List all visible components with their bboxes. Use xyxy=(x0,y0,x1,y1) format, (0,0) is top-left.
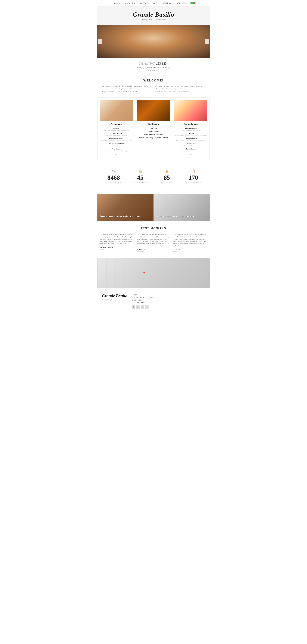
footer-logo-text: Grande Benito xyxy=(102,294,127,298)
pasta-item-5: Pasta Louise xyxy=(100,148,133,150)
grill-item-4: Grilled Pork Chops with Maple Whiskey Gl… xyxy=(137,136,170,140)
dishes-icon: 📋 xyxy=(182,170,205,173)
seafood-item-1-desc: Grilled Asparagus, Yukon Potatoes xyxy=(174,129,208,131)
beverages-label: BEVERAGES xyxy=(155,182,179,183)
grill-title: Grill menu xyxy=(137,123,170,125)
hero-next-button[interactable]: › xyxy=(205,40,209,44)
footer-inner: Grande Benito © 2016 | Privacy Policy Ch… xyxy=(102,294,205,309)
stat-beverages: 🍺 85 BEVERAGES xyxy=(154,168,180,185)
welcome-heading: WELCOME! xyxy=(102,79,205,82)
address-display: Chicago, 28 Jackson Blvd Ste 1020 Chicag… xyxy=(100,66,207,72)
nav-about[interactable]: ABOUT US xyxy=(123,0,138,6)
navigation: HOME ABOUT US PAGES BLOG GALLERY CONTACT… xyxy=(97,0,210,6)
pasta-title: Pasta menu xyxy=(100,123,133,125)
testimonial-1-role: (manager) xyxy=(100,248,134,250)
map-placeholder[interactable]: 📍 xyxy=(97,258,210,288)
nav-home[interactable]: HOME xyxy=(112,0,123,6)
map-section: 📍 xyxy=(97,258,210,288)
seafood-item-2: Cioppino xyxy=(174,132,208,134)
promo-cards-section: Bakery, cakes, puddings, yoghurts, ice c… xyxy=(97,194,210,221)
contact-info-section: Call us: (800) 123 1234 Chicago, 28 Jack… xyxy=(97,58,210,76)
flag-red[interactable] xyxy=(193,2,195,4)
grill-item-3: House Tumbled Steak Tips xyxy=(137,133,170,135)
testimonial-2-name: Mr. Richard Nelson xyxy=(136,249,170,251)
pasta-item-2-desc: Broccollini, Sausage, Garlic, Parmesan xyxy=(100,134,133,136)
testimonial-2-quote: It is currently the most favorite Italia… xyxy=(136,234,170,247)
nav-pages[interactable]: PAGES xyxy=(138,0,149,6)
beverages-icon: 🍺 xyxy=(155,170,179,173)
hero-image: ‹ › xyxy=(97,25,210,58)
promo-seasonal[interactable]: Seasonal dishes: new ideas for winter so… xyxy=(154,194,210,221)
grill-more-button[interactable]: ∨ xyxy=(137,141,170,144)
language-flags xyxy=(190,2,195,4)
welcome-text-left: The atmosphere of real Italy rules the m… xyxy=(102,84,152,93)
testimonial-3-name: Mr. Piter Cox xyxy=(173,249,207,251)
social-google[interactable]: g+ xyxy=(136,306,140,309)
address-line2: IL 60604-2340 xyxy=(100,69,207,72)
pasta-item-3-desc: Poached Chicken, Spinach, Parmesan, Mozz… xyxy=(100,140,133,142)
welcome-text-right: We put our hearts and souls into every d… xyxy=(155,84,205,93)
testimonial-3: I will never stop visiting this place. I… xyxy=(173,234,207,252)
stat-cooks: 👨‍🍳 45 COOKS & WAITERS xyxy=(127,168,154,185)
beverages-number: 85 xyxy=(155,174,179,181)
menu-card-grill: Grill menu Twin Filets Grilled Ribeye Ho… xyxy=(135,98,172,158)
testimonial-1-quote: Long ago I got a chance to get my educat… xyxy=(100,234,134,245)
stat-dishes: 📋 170 DISHES IN MENU xyxy=(180,168,207,185)
testimonial-3-role: (farmer) xyxy=(173,251,207,252)
call-label: Call us: xyxy=(139,62,148,65)
seafood-title: Seafood menu xyxy=(174,123,208,125)
social-linkedin[interactable]: in xyxy=(141,306,144,309)
seafood-item-3-desc: Roma Tomatoes, Capers, Marinara served w… xyxy=(174,140,208,142)
cooks-label: COOKS & WAITERS xyxy=(128,182,152,183)
hero-food-visual xyxy=(97,25,210,58)
social-facebook[interactable]: f xyxy=(132,306,135,309)
promo-bakery[interactable]: Bakery, cakes, puddings, yoghurts, ice c… xyxy=(97,194,154,221)
footer-logo-section: Grande Benito © 2016 | Privacy Policy xyxy=(102,294,127,300)
pasta-more-button[interactable]: ∨ xyxy=(100,153,133,156)
hero-prev-button[interactable]: ‹ xyxy=(98,40,102,44)
footer: Grande Benito © 2016 | Privacy Policy Ch… xyxy=(97,290,210,312)
cooks-icon: 👨‍🍳 xyxy=(128,170,152,173)
pasta-item-5-desc: Sauteed Chicken, Plum Tomato, Asparagus xyxy=(100,150,133,152)
seafood-item-2-desc: Shrimp, Haddock, Mussels, Tomato, Fennel… xyxy=(174,134,208,136)
pasta-item-4: Chicken Broccoli Penne xyxy=(100,143,133,144)
pasta-item-4-desc: Fresh Garlic, Cream, Parmesan Cheese xyxy=(100,145,133,147)
testimonial-2-role: (photographer) xyxy=(136,251,170,252)
menu-card-pasta: Pasta menu Cavatapi Smoked Mozzarella, S… xyxy=(98,98,135,158)
menu-card-seafood: Seafood menu Baked Haddock Grilled Aspar… xyxy=(172,98,210,158)
promo-bakery-title: Bakery, cakes, puddings, yoghurts, ice c… xyxy=(100,215,150,218)
hero-title: Grande Basilio xyxy=(100,11,207,18)
cooks-number: 45 xyxy=(128,174,152,181)
seafood-item-4-desc: Spicy Sausage, Red Sauce, Linguine xyxy=(174,145,208,147)
clients-number: 8468 xyxy=(102,174,126,181)
pasta-item-2: Ricotta Gnocchi xyxy=(100,132,133,134)
footer-copyright[interactable]: © 2016 | Privacy Policy xyxy=(102,299,127,300)
nav-contacts[interactable]: CONTACTS xyxy=(174,0,190,6)
testimonial-1-name: Mr. John Anderson xyxy=(100,247,134,248)
seafood-more-button[interactable]: ∨ xyxy=(174,153,208,156)
grill-image xyxy=(137,100,170,121)
testimonials-section: TESTIMONIALS Long ago I got a chance to … xyxy=(97,222,210,256)
testimonial-3-quote: I will never stop visiting this place. I… xyxy=(173,234,207,247)
pasta-item-1: Cavatapi xyxy=(100,127,133,129)
phone-number: 123 1234 xyxy=(156,62,168,65)
footer-phone[interactable]: 800 123 1234 xyxy=(137,302,145,304)
dishes-label: DISHES IN MENU xyxy=(182,182,205,183)
nav-blog[interactable]: BLOG xyxy=(149,0,160,6)
seafood-item-4: Mussels Red xyxy=(174,143,208,144)
nav-gallery[interactable]: GALLERY xyxy=(160,0,174,6)
social-twitter[interactable]: t xyxy=(145,306,148,309)
seafood-item-1: Baked Haddock xyxy=(174,127,208,129)
phone-area: (800) xyxy=(149,62,155,65)
flag-green[interactable] xyxy=(190,2,192,4)
footer-call-label: Call us: 800 123 1234 xyxy=(132,302,205,304)
stats-section: 🍽 8468 CLIENTS SERVED 👨‍🍳 45 COOKS & WAI… xyxy=(97,162,210,191)
seafood-item-3: Salmon European xyxy=(174,138,208,140)
clients-label: CLIENTS SERVED xyxy=(102,182,126,183)
promo-seasonal-title: Seasonal dishes: new ideas for winter so… xyxy=(156,215,207,218)
pasta-image xyxy=(100,100,133,121)
hero-section: Grande Basilio Chicago Italian restauran… xyxy=(97,6,210,58)
pasta-item-1-desc: Smoked Mozzarella, Sun-Dried Tomato, Spi… xyxy=(100,129,133,131)
address-line1: Chicago, 28 Jackson Blvd Ste 1020 Chicag… xyxy=(100,66,207,69)
footer-address-line3: IL 60604-12345 xyxy=(132,299,205,302)
